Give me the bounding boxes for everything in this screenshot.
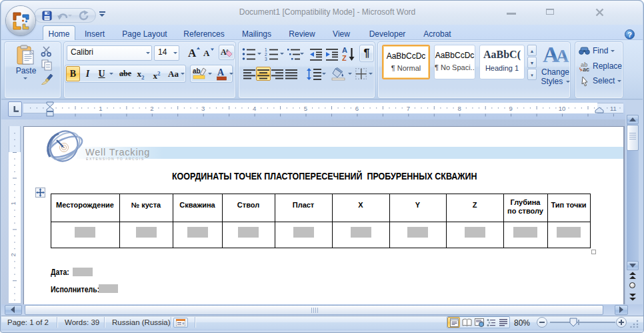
svg-text:7: 7 [407, 105, 410, 112]
svg-text:10: 10 [559, 105, 566, 112]
svg-text:2: 2 [265, 52, 267, 57]
svg-text:3: 3 [201, 105, 205, 112]
svg-text:4: 4 [253, 105, 256, 112]
svg-text:1: 1 [265, 47, 267, 52]
svg-text:Z: Z [342, 54, 347, 62]
svg-text:A: A [217, 67, 225, 77]
svg-text:1: 1 [9, 202, 17, 205]
svg-text:A: A [203, 48, 210, 58]
svg-text:A: A [342, 46, 347, 54]
svg-text:A: A [556, 46, 569, 66]
svg-text:3: 3 [265, 57, 267, 61]
svg-text:2: 2 [150, 105, 153, 112]
svg-text:9: 9 [509, 105, 512, 112]
svg-text:8: 8 [458, 105, 461, 112]
svg-text:2: 2 [9, 253, 17, 256]
svg-text:ab: ab [193, 67, 201, 75]
svg-text:1: 1 [99, 105, 102, 112]
svg-text:11: 11 [610, 105, 617, 112]
svg-text:5: 5 [304, 105, 307, 112]
svg-text:6: 6 [355, 105, 359, 112]
svg-text:ac: ac [583, 66, 589, 71]
svg-text:A: A [188, 47, 197, 59]
